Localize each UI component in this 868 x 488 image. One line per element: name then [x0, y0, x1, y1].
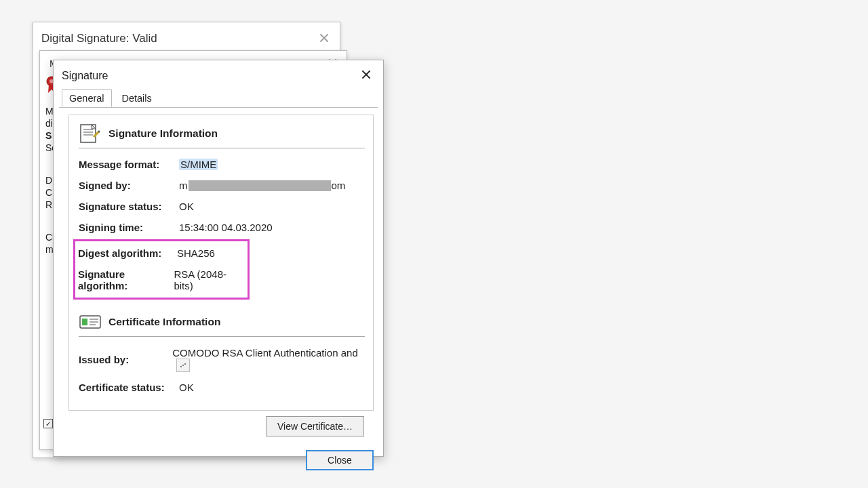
signature-dialog-title: Signature — [54, 60, 383, 89]
label-issued-by: Issued by: — [79, 354, 172, 365]
close-button[interactable]: Close — [306, 450, 374, 470]
label-signing-time: Signing time: — [79, 222, 179, 233]
certificate-icon — [79, 312, 102, 332]
label-certificate-status: Certificate status: — [79, 382, 179, 393]
row-signed-by: Signed by: m om — [79, 175, 365, 196]
signature-info-heading: Signature Information — [108, 127, 218, 140]
value-signing-time: 15:34:00 04.03.2020 — [179, 222, 273, 233]
svg-point-12 — [98, 131, 100, 133]
value-signed-by: m om — [179, 180, 345, 191]
label-signature-algorithm: Signature algorithm: — [78, 268, 174, 291]
value-signature-status: OK — [179, 201, 194, 212]
value-message-format: S/MIME — [179, 159, 218, 170]
close-icon[interactable] — [314, 28, 334, 48]
svg-point-18 — [180, 366, 182, 367]
tab-details[interactable]: Details — [114, 89, 159, 106]
row-digest-algorithm: Digest algorithm: SHA256 — [78, 243, 243, 264]
value-digest-algorithm: SHA256 — [177, 247, 215, 259]
view-certificate-button[interactable]: View Certificate… — [266, 416, 364, 436]
signature-dialog: Signature General Details — [53, 60, 384, 457]
row-message-format: Message format: S/MIME — [79, 154, 365, 175]
checkbox[interactable]: ✓ — [43, 419, 53, 428]
value-certificate-status: OK — [179, 382, 194, 393]
label-message-format: Message format: — [79, 159, 179, 170]
value-issued-by: COMODO RSA Client Authentication and — [172, 347, 365, 372]
svg-point-19 — [182, 365, 184, 366]
tab-strip: General Details — [54, 89, 383, 108]
tab-general[interactable]: General — [62, 89, 112, 107]
svg-rect-14 — [82, 319, 87, 325]
svg-point-20 — [184, 363, 186, 365]
row-signing-time: Signing time: 15:34:00 04.03.2020 — [79, 217, 365, 238]
signature-document-icon — [79, 123, 102, 144]
row-signature-status: Signature status: OK — [79, 196, 365, 217]
redacted-bar — [189, 180, 331, 191]
row-issued-by: Issued by: COMODO RSA Client Authenticat… — [79, 342, 365, 377]
more-issued-by-button[interactable] — [176, 359, 190, 372]
row-certificate-status: Certificate status: OK — [79, 377, 365, 398]
label-signed-by: Signed by: — [79, 180, 179, 191]
algorithm-highlight-annotation: Digest algorithm: SHA256 Signature algor… — [73, 239, 250, 300]
close-icon[interactable] — [355, 64, 378, 85]
row-signature-algorithm: Signature algorithm: RSA (2048-bits) — [78, 264, 243, 296]
label-digest-algorithm: Digest algorithm: — [78, 247, 177, 259]
label-signature-status: Signature status: — [79, 201, 179, 212]
general-panel: Signature Information Message format: S/… — [68, 115, 374, 411]
value-signature-algorithm: RSA (2048-bits) — [174, 268, 243, 291]
certificate-info-header: Certificate Information — [79, 310, 365, 336]
signature-info-header: Signature Information — [79, 122, 365, 148]
certificate-info-heading: Certificate Information — [108, 316, 220, 328]
